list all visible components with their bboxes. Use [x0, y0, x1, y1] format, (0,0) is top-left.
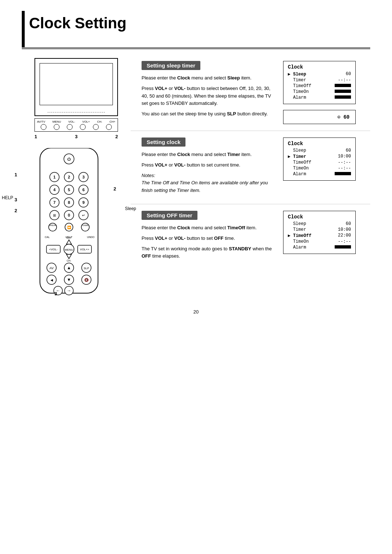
clock-row-timeon-1: TimeOn: [288, 89, 351, 94]
button-labels: AV/TV MENU VOL- VOL+ CH- CH+: [37, 120, 115, 123]
button-circles: [37, 124, 115, 130]
left-column: AV/TV MENU VOL- VOL+ CH- CH+: [22, 54, 131, 302]
off-timer-clock-box: Clock Sleep 60 Timer 10:00 ▶ TimeOff 22:…: [283, 211, 356, 254]
svg-text:4: 4: [53, 188, 56, 192]
tv-screen: [40, 63, 113, 105]
clock-value-alarm-1: [329, 95, 351, 100]
svg-text:UNDO: UNDO: [87, 236, 95, 238]
setting-clock-text: Setting clock Please enter the Clock men…: [142, 138, 283, 197]
remote-label-1: 1: [15, 172, 17, 177]
setting-clock-boxes: Clock Sleep 60 ▶ Timer 10:00 TimeOff --:…: [283, 138, 363, 186]
clock-value-alarm-3: [329, 245, 351, 250]
setting-clock-clock-box: Clock Sleep 60 ▶ Timer 10:00 TimeOff --:…: [283, 138, 356, 181]
svg-text:🔇: 🔇: [84, 278, 89, 282]
svg-text:VOL+>: VOL+>: [80, 248, 89, 251]
btn-vol-plus[interactable]: [80, 124, 86, 130]
tv-labels: 1 3 2: [34, 134, 118, 139]
sleep-indicator-value: ⊙ 60: [337, 114, 350, 120]
btn-ch-minus[interactable]: [93, 124, 99, 130]
svg-text:3: 3: [82, 175, 85, 179]
decorative-bar: [22, 11, 25, 47]
btn-vol-minus[interactable]: [67, 124, 73, 130]
svg-text:AV: AV: [49, 266, 53, 270]
clock-box-title-1: Clock: [288, 64, 351, 70]
clock-label-sleep-2: Sleep: [288, 148, 313, 153]
label-vol-plus: VOL+: [82, 120, 90, 123]
svg-text:CH+: CH+: [66, 237, 72, 239]
clock-row-sleep-1: ▶ Sleep 60: [288, 71, 351, 77]
clock-label-timer-1: Timer: [288, 78, 313, 83]
clock-label-sleep-1: ▶ Sleep: [288, 71, 313, 77]
svg-text:⏩: ⏩: [67, 225, 72, 230]
off-timer-boxes: Clock Sleep 60 Timer 10:00 ▶ TimeOff 22:…: [283, 211, 363, 260]
main-content: AV/TV MENU VOL- VOL+ CH- CH+: [22, 54, 370, 322]
clock-row-alarm-2: Alarm: [288, 172, 351, 177]
right-sections: Setting sleep timer Please enter the Clo…: [131, 54, 370, 302]
clock-row-timeon-2: TimeOn --:--: [288, 166, 351, 171]
svg-text:9: 9: [82, 200, 85, 205]
sleep-timer-boxes: Clock ▶ Sleep 60 Timer --:-- TimeOff: [283, 61, 363, 124]
svg-text:5: 5: [68, 188, 70, 192]
clock-value-sleep-2: 60: [329, 148, 351, 153]
clock-row-timer-2: ▶ Timer 10:00: [288, 154, 351, 159]
svg-text:⏻: ⏻: [67, 157, 71, 161]
btn-ch-plus[interactable]: [106, 124, 112, 130]
main-layout: AV/TV MENU VOL- VOL+ CH- CH+: [22, 54, 370, 302]
sleep-timer-para1: Please enter the Clock menu and select S…: [142, 74, 276, 82]
svg-text:↵: ↵: [82, 213, 85, 217]
clock-value-timer-2: 10:00: [329, 154, 351, 159]
btn-av-tv[interactable]: [41, 124, 46, 130]
clock-row-timeoff-2: TimeOff --:--: [288, 160, 351, 165]
clock-row-timeon-3: TimeOn --:--: [288, 239, 351, 244]
clock-label-timeon-3: TimeOn: [288, 239, 313, 244]
label-av-tv: AV/TV: [37, 120, 45, 123]
clock-label-alarm-3: Alarm: [288, 245, 313, 250]
clock-value-timer-3: 10:00: [329, 227, 351, 232]
clock-value-sleep-1: 60: [329, 71, 351, 77]
svg-text:6: 6: [82, 188, 85, 192]
svg-text:2: 2: [68, 175, 70, 179]
off-timer-section: Setting OFF timer Please enter the Clock…: [131, 204, 370, 270]
sleep-timer-para3: You also can set the sleep time by using…: [142, 110, 276, 118]
clock-value-timeon-1: [329, 89, 351, 94]
sleep-timer-para2: Press VOL+ or VOL- button to select betw…: [142, 85, 276, 107]
clock-row-sleep-2: Sleep 60: [288, 148, 351, 153]
svg-text:1: 1: [53, 175, 56, 179]
svg-text:BREAK: BREAK: [49, 224, 56, 226]
remote-sleep-label: Sleep: [125, 206, 136, 211]
page-number: 20: [22, 309, 370, 322]
clock-row-sleep-3: Sleep 60: [288, 221, 351, 226]
clock-label-timeon-2: TimeOn: [288, 166, 313, 171]
clock-row-timer-1: Timer --:--: [288, 78, 351, 83]
clock-row-alarm-1: Alarm: [288, 95, 351, 100]
clock-label-sleep-3: Sleep: [288, 221, 313, 226]
remote-label-3a: 3: [15, 197, 17, 202]
svg-text:CAL: CAL: [45, 236, 50, 238]
setting-clock-para1: Please enter the Clock menu and select T…: [142, 151, 276, 159]
clock-label-timer-3: Timer: [288, 227, 313, 232]
clock-value-sleep-3: 60: [329, 221, 351, 226]
remote-label-2a: 2: [114, 186, 116, 192]
svg-text:SLP: SLP: [83, 267, 89, 270]
sleep-indicator-box: ⊙ 60: [283, 110, 356, 124]
tv-base-line: [48, 112, 105, 112]
off-timer-header: Setting OFF timer: [142, 211, 197, 220]
svg-text:8: 8: [68, 200, 70, 205]
clock-label-timer-2: ▶ Timer: [288, 154, 313, 159]
off-timer-para2: Press VOL+ or VOL- button to set OFF tim…: [142, 235, 276, 242]
remote-label-2b: 2: [15, 208, 17, 213]
label-ch-plus: CH+: [110, 120, 115, 123]
off-timer-text: Setting OFF timer Please enter the Clock…: [142, 211, 283, 263]
btn-menu[interactable]: [54, 124, 60, 130]
clock-row-timeoff-3: ▶ TimeOff 22:00: [288, 233, 351, 238]
clock-label-timeon-1: TimeOn: [288, 89, 313, 94]
svg-text:<VOL-: <VOL-: [49, 248, 58, 251]
label-menu: MENU: [53, 120, 61, 123]
remote-control: ⏻ 1 2 3 4 5: [33, 148, 105, 302]
clock-box-title-3: Clock: [288, 214, 351, 220]
button-bar: AV/TV MENU VOL- VOL+ CH- CH+: [34, 118, 118, 132]
clock-row-timeoff-1: TimeOff: [288, 83, 351, 89]
svg-text:CH-: CH-: [67, 259, 72, 262]
remote-section: HELP 1 2 3 2 Sleep 3 ⏻: [22, 148, 116, 302]
svg-text:7: 7: [53, 200, 56, 205]
